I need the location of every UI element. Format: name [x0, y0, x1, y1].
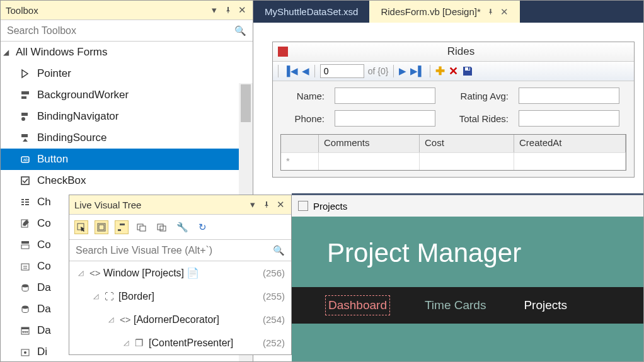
- document-tabs: MyShuttleDataSet.xsd RidesForm.vb [Desig…: [253, 1, 643, 23]
- nav-last-icon[interactable]: ▶▌: [410, 65, 425, 77]
- pm-nav: Dashboard Time Cards Projects: [292, 287, 643, 324]
- lvt-layout-icon[interactable]: [95, 220, 108, 234]
- name-input[interactable]: [335, 88, 435, 104]
- svg-rect-13: [25, 204, 29, 205]
- tab-dataset[interactable]: MyShuttleDataSet.xsd: [253, 1, 369, 23]
- tab-ridesform[interactable]: RidesForm.vb [Design]* ✕: [369, 1, 519, 23]
- svg-text:ab: ab: [23, 157, 28, 162]
- lvt-collapse-icon[interactable]: [155, 220, 169, 234]
- svg-point-19: [22, 306, 28, 309]
- svg-rect-12: [25, 201, 29, 203]
- svg-rect-4: [21, 134, 28, 137]
- pm-titlebar: Projects: [292, 195, 643, 217]
- nav-of-label: of {0}: [368, 66, 389, 76]
- expand-icon[interactable]: ◿: [93, 292, 102, 300]
- toolbox-item-backgroundworker[interactable]: BackgroundWorker: [1, 84, 253, 106]
- svg-rect-25: [468, 67, 469, 70]
- control-icon: [18, 345, 32, 359]
- live-visual-tree-panel: Live Visual Tree ▾ ✕ 🔧 ↻ 🔍 ◿<>Window [Pr…: [69, 195, 292, 355]
- rating-input[interactable]: [519, 88, 619, 104]
- lvt-row[interactable]: ◿❐[ContentPresenter](252): [69, 331, 291, 354]
- phone-input[interactable]: [335, 110, 435, 127]
- nav-first-icon[interactable]: ▐◀: [284, 65, 298, 77]
- form-designer: Rides ▐◀ ◀ 0 of {0} ▶ ▶▌ ✚ ✕ Name: Ratin…: [253, 23, 643, 193]
- pin-icon[interactable]: [487, 8, 494, 15]
- toolbox-item-pointer[interactable]: Pointer: [1, 63, 253, 84]
- close-icon[interactable]: ✕: [275, 199, 286, 210]
- pm-tab-timecards[interactable]: Time Cards: [425, 298, 486, 312]
- svg-rect-17: [21, 264, 29, 270]
- datagrid[interactable]: Comments Cost CreatedAt *: [280, 134, 626, 171]
- lvt-tree: ◿<>Window [Projects] 📄(256)◿⛶[Border](25…: [69, 261, 291, 354]
- lvt-row[interactable]: ◿<>[AdornerDecorator](254): [69, 308, 291, 331]
- form-body: Name: Rating Avg: Phone: Total Rides: Co…: [273, 81, 634, 177]
- svg-rect-8: [21, 199, 24, 200]
- svg-rect-29: [120, 223, 125, 225]
- rating-label: Rating Avg:: [446, 91, 509, 101]
- lvt-select-icon[interactable]: [74, 220, 88, 234]
- pm-window-title: Projects: [313, 201, 347, 212]
- nav-delete-icon[interactable]: ✕: [449, 64, 458, 78]
- nav-add-icon[interactable]: ✚: [435, 64, 445, 78]
- svg-point-23: [24, 351, 26, 354]
- search-icon[interactable]: 🔍: [273, 245, 285, 256]
- control-icon: [18, 195, 32, 209]
- phone-label: Phone:: [280, 113, 325, 124]
- pm-tab-projects[interactable]: Projects: [524, 298, 567, 312]
- lvt-wrench-icon[interactable]: 🔧: [175, 220, 189, 234]
- pm-tab-dashboard[interactable]: Dashboard: [328, 298, 387, 312]
- lvt-preview-icon[interactable]: [135, 220, 149, 234]
- datagrid-newrow[interactable]: *: [281, 152, 626, 170]
- toolbox-category[interactable]: ◢ All Windows Forms: [1, 42, 253, 63]
- control-icon: [18, 174, 32, 188]
- rides-form-window: Rides ▐◀ ◀ 0 of {0} ▶ ▶▌ ✚ ✕ Name: Ratin…: [272, 42, 635, 178]
- svg-rect-0: [21, 91, 29, 94]
- expand-icon[interactable]: ◿: [124, 339, 132, 347]
- toolbox-title: Toolbox: [6, 5, 206, 16]
- lvt-search-input[interactable]: [76, 245, 273, 256]
- close-icon[interactable]: ✕: [500, 6, 509, 18]
- svg-rect-9: [21, 201, 24, 203]
- svg-rect-15: [21, 241, 29, 244]
- toolbox-header: Toolbox ▾ ✕: [1, 1, 253, 20]
- svg-rect-16: [21, 245, 29, 249]
- search-icon[interactable]: 🔍: [234, 25, 246, 37]
- dropdown-icon[interactable]: ▾: [209, 4, 220, 16]
- scrollbar-thumb[interactable]: [241, 84, 251, 122]
- total-input[interactable]: [519, 110, 619, 127]
- element-icon: ⛶: [105, 291, 116, 302]
- expand-icon[interactable]: ◿: [78, 269, 87, 277]
- nav-next-icon[interactable]: ▶: [399, 65, 406, 77]
- pm-hero-title: Project Manager: [327, 238, 637, 268]
- pin-icon[interactable]: [222, 4, 234, 16]
- lvt-refresh-icon[interactable]: ↻: [195, 220, 209, 234]
- toolbox-item-checkbox[interactable]: CheckBox: [1, 170, 253, 191]
- control-icon: [18, 88, 32, 102]
- lvt-track-icon[interactable]: [115, 220, 129, 234]
- form-icon: [278, 47, 288, 57]
- expand-icon[interactable]: ◿: [108, 315, 117, 324]
- svg-rect-30: [118, 229, 121, 231]
- control-icon: [18, 259, 32, 273]
- close-icon[interactable]: ✕: [236, 4, 248, 16]
- control-icon: [18, 302, 32, 316]
- nav-save-icon[interactable]: [462, 65, 473, 77]
- nav-prev-icon[interactable]: ◀: [302, 65, 309, 77]
- toolbox-search[interactable]: 🔍: [1, 20, 253, 42]
- toolbox-item-button[interactable]: abButton: [1, 149, 253, 170]
- search-input[interactable]: [7, 25, 234, 37]
- pin-icon[interactable]: [261, 199, 272, 210]
- toolbox-item-bindingsource[interactable]: BindingSource: [1, 127, 253, 149]
- lvt-row[interactable]: ◿⛶[Border](255): [69, 285, 291, 308]
- chevron-down-icon: ◢: [3, 48, 12, 57]
- lvt-search[interactable]: 🔍: [69, 240, 291, 261]
- nav-position-input[interactable]: 0: [320, 64, 364, 78]
- lvt-row[interactable]: ◿<>Window [Projects] 📄(256): [69, 261, 291, 285]
- dropdown-icon[interactable]: ▾: [247, 199, 258, 210]
- svg-rect-28: [99, 225, 104, 230]
- element-icon: ❐: [135, 337, 146, 349]
- form-titlebar: Rides: [273, 42, 634, 61]
- control-icon: [18, 67, 32, 81]
- element-icon: <>: [120, 314, 131, 325]
- toolbox-item-bindingnavigator[interactable]: BindingNavigator: [1, 106, 253, 127]
